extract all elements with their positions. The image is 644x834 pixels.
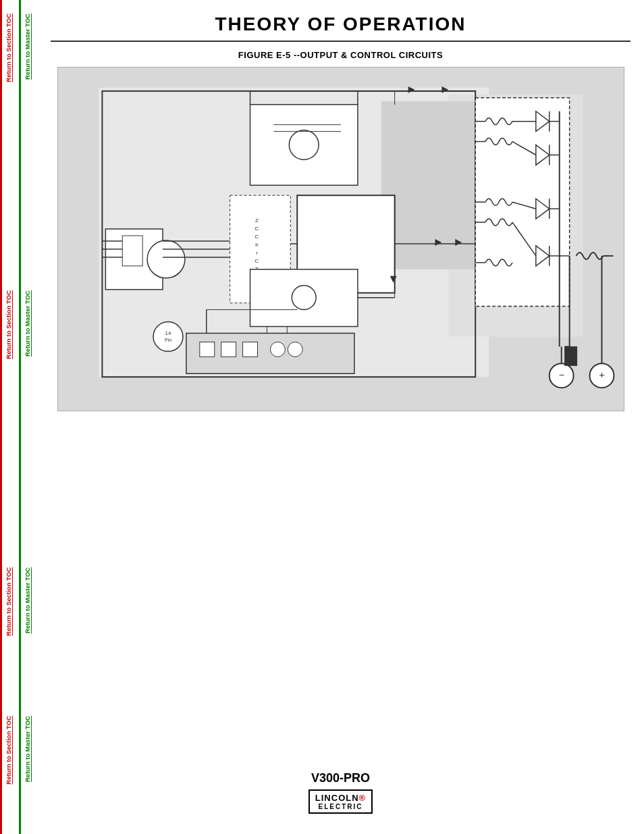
page-footer: V300-PRO LINCOLN® ELECTRIC xyxy=(37,771,644,814)
page-title: THEORY OF OPERATION xyxy=(51,7,630,42)
svg-text:C: C xyxy=(254,258,259,264)
sidebar-green-col: Return to Master TOC Return to Master TO… xyxy=(19,0,37,834)
circuit-diagram: Z C C h r C T xyxy=(57,67,624,411)
sidebar: Return to Section TOC Return to Section … xyxy=(0,0,37,834)
lincoln-logo: LINCOLN® ELECTRIC xyxy=(308,789,373,814)
svg-rect-35 xyxy=(475,98,569,307)
svg-point-25 xyxy=(288,342,302,357)
svg-rect-22 xyxy=(221,342,236,357)
circuit-svg: Z C C h r C T xyxy=(58,68,624,411)
svg-text:Z: Z xyxy=(255,217,259,224)
svg-point-31 xyxy=(147,240,185,278)
return-section-toc-2[interactable]: Return to Section TOC xyxy=(5,290,12,359)
return-master-toc-3[interactable]: Return to Master TOC xyxy=(24,567,31,633)
svg-rect-49 xyxy=(564,346,576,365)
svg-text:+: + xyxy=(599,369,604,380)
svg-text:−: − xyxy=(558,369,564,380)
return-master-toc-1[interactable]: Return to Master TOC xyxy=(24,14,31,80)
svg-rect-18 xyxy=(250,269,357,327)
svg-text:h: h xyxy=(255,242,258,248)
return-section-toc-3[interactable]: Return to Section TOC xyxy=(5,567,12,636)
svg-rect-21 xyxy=(199,342,214,357)
svg-rect-30 xyxy=(122,236,142,266)
return-master-toc-2[interactable]: Return to Master TOC xyxy=(24,290,31,357)
svg-text:C: C xyxy=(254,226,259,232)
svg-rect-5 xyxy=(250,105,357,186)
brand-name: LINCOLN xyxy=(315,793,359,803)
brand-dot: ® xyxy=(359,793,367,803)
return-section-toc-1[interactable]: Return to Section TOC xyxy=(5,14,12,82)
svg-rect-23 xyxy=(242,342,257,357)
main-content: THEORY OF OPERATION FIGURE E-5 --OUTPUT … xyxy=(37,0,644,834)
model-number: V300-PRO xyxy=(37,771,644,785)
brand-subtitle: ELECTRIC xyxy=(315,803,366,810)
return-master-toc-4[interactable]: Return to Master TOC xyxy=(24,716,31,782)
svg-text:r: r xyxy=(256,250,258,256)
figure-caption: FIGURE E-5 --OUTPUT & CONTROL CIRCUITS xyxy=(51,50,630,60)
svg-text:14: 14 xyxy=(165,330,171,336)
return-section-toc-4[interactable]: Return to Section TOC xyxy=(5,716,12,785)
svg-point-24 xyxy=(270,342,285,357)
sidebar-red-col: Return to Section TOC Return to Section … xyxy=(0,0,19,834)
svg-text:Pin: Pin xyxy=(164,338,171,342)
svg-text:C: C xyxy=(254,234,259,240)
